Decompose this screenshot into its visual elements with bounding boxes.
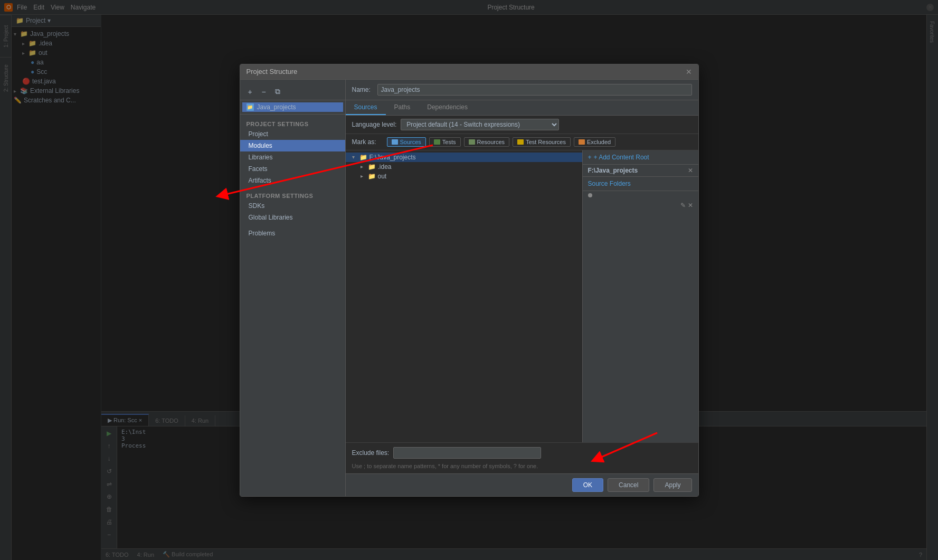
module-folder-icon: 📁 <box>247 103 254 111</box>
mark-as-label: Mark as: <box>352 138 384 146</box>
folder-edit-row: ✎ ✕ <box>583 200 698 211</box>
excluded-color-dot <box>579 139 585 145</box>
add-module-button[interactable]: + <box>244 86 256 98</box>
dialog-body: + − ⧉ 📁 Java_projects Project Settings P… <box>240 80 698 496</box>
nav-item-libraries[interactable]: Libraries <box>240 151 345 163</box>
ok-button[interactable]: OK <box>572 478 603 492</box>
tab-dependencies[interactable]: Dependencies <box>419 100 476 115</box>
nav-problems-section: Problems <box>240 227 345 239</box>
module-tab-strip: Sources Paths Dependencies <box>346 100 698 116</box>
nav-item-artifacts[interactable]: Artifacts <box>240 175 345 186</box>
file-tree-out[interactable]: ▸ 📁 out <box>346 172 582 181</box>
sources-color-dot <box>392 139 398 145</box>
copy-module-button[interactable]: ⧉ <box>272 86 283 98</box>
remove-module-button[interactable]: − <box>258 86 270 98</box>
add-content-root-btn[interactable]: + + Add Content Root <box>583 150 698 165</box>
exclude-files-row: Exclude files: <box>346 442 698 463</box>
exclude-files-label: Exclude files: <box>352 449 390 457</box>
module-name-input[interactable] <box>377 84 692 96</box>
module-name-row: Name: <box>346 80 698 100</box>
exclude-files-input[interactable] <box>393 447 541 459</box>
edit-folder-btn[interactable]: ✎ <box>680 202 686 209</box>
dialog-title-bar: Project Structure ✕ <box>240 64 698 80</box>
tab-paths[interactable]: Paths <box>386 100 419 115</box>
language-level-row: Language level: Project default (14 - Sw… <box>346 116 698 134</box>
content-root-panel: + + Add Content Root F:\Java_projects ✕ … <box>582 150 698 442</box>
test-resources-color-dot <box>517 139 524 145</box>
cancel-button[interactable]: Cancel <box>608 478 649 492</box>
lang-level-select[interactable]: Project default (14 - Switch expressions… <box>401 119 559 130</box>
content-root-path: F:\Java_projects <box>588 167 638 174</box>
dialog-overlay: Project Structure ✕ + − ⧉ 📁 Java_project… <box>0 0 938 560</box>
file-tree-idea[interactable]: ▸ 📁 .idea <box>346 162 582 172</box>
source-folders-label: Source Folders <box>583 177 698 191</box>
project-structure-dialog: Project Structure ✕ + − ⧉ 📁 Java_project… <box>240 64 699 497</box>
dialog-toolbar: + − ⧉ <box>240 84 345 100</box>
name-label: Name: <box>352 86 373 93</box>
mark-resources-btn[interactable]: Resources <box>464 137 510 147</box>
nav-project-settings: Project Settings Project Modules Librari… <box>240 119 345 186</box>
nav-item-project[interactable]: Project <box>240 128 345 140</box>
content-root-close-btn[interactable]: ✕ <box>688 167 693 174</box>
module-file-tree: ▾ 📁 F:\Java_projects ▸ 📁 .idea <box>346 150 582 442</box>
platform-settings-header: Platform Settings <box>240 191 345 200</box>
mark-as-row: Mark as: Sources Tests Resources <box>346 134 698 150</box>
source-folders-dot <box>588 193 592 197</box>
file-tree-root[interactable]: ▾ 📁 F:\Java_projects <box>346 153 582 162</box>
tests-color-dot <box>434 139 440 145</box>
delete-folder-btn[interactable]: ✕ <box>688 202 693 209</box>
nav-item-modules[interactable]: Modules <box>240 140 345 151</box>
nav-item-facets[interactable]: Facets <box>240 163 345 175</box>
mark-sources-btn[interactable]: Sources <box>387 137 426 147</box>
nav-item-problems[interactable]: Problems <box>240 227 345 239</box>
module-list-area: 📁 Java_projects <box>240 100 345 115</box>
dialog-right-content: Name: Sources Paths Dependencies Languag… <box>346 80 698 496</box>
tab-sources[interactable]: Sources <box>346 100 386 115</box>
content-root-name-row: F:\Java_projects ✕ <box>583 165 698 177</box>
nav-platform-settings: Platform Settings SDKs Global Libraries <box>240 191 345 223</box>
nav-item-global-libraries[interactable]: Global Libraries <box>240 212 345 223</box>
dialog-close-button[interactable]: ✕ <box>686 68 692 76</box>
apply-button[interactable]: Apply <box>653 478 691 492</box>
project-settings-header: Project Settings <box>240 119 345 128</box>
dialog-left-nav: + − ⧉ 📁 Java_projects Project Settings P… <box>240 80 346 496</box>
module-entry-java-projects[interactable]: 📁 Java_projects <box>242 102 343 112</box>
resources-color-dot <box>469 139 475 145</box>
exclude-files-hint: Use ; to separate name patterns, * for a… <box>346 463 698 473</box>
dialog-title: Project Structure <box>247 68 298 75</box>
dialog-footer: OK Cancel Apply <box>346 473 698 496</box>
lang-level-label: Language level: <box>352 121 397 128</box>
mark-excluded-btn[interactable]: Excluded <box>574 137 615 147</box>
mark-tests-btn[interactable]: Tests <box>429 137 461 147</box>
mark-test-resources-btn[interactable]: Test Resources <box>513 137 571 147</box>
nav-item-sdks[interactable]: SDKs <box>240 200 345 212</box>
